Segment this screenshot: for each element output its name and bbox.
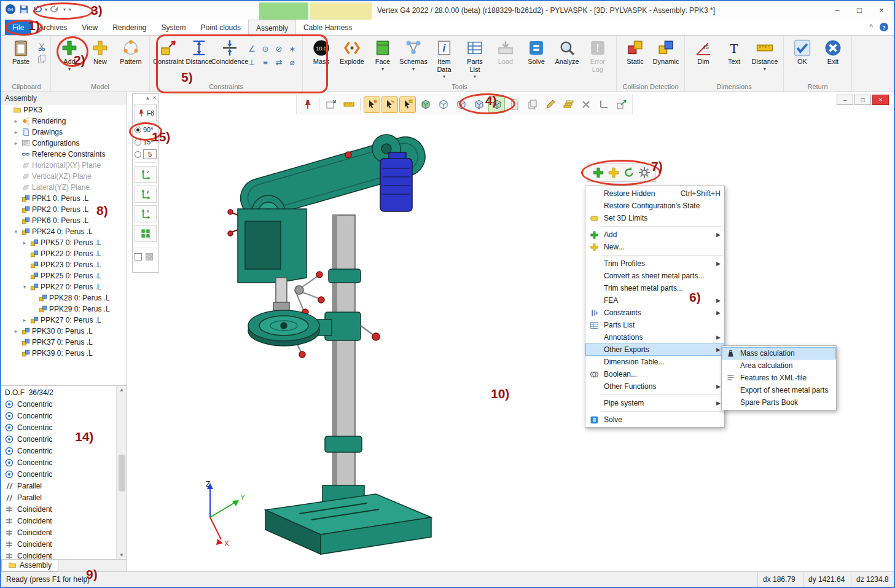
tree-expander-icon[interactable]: ▾ (21, 284, 28, 290)
tree-item-rendering[interactable]: ▸Rendering (1, 116, 127, 127)
constraint-mini-3-icon[interactable]: ∗ (286, 42, 299, 55)
tree-expander-icon[interactable]: ▸ (21, 240, 28, 246)
menu-item-restore-hidden[interactable]: Restore HiddenCtrl+Shift+H (585, 187, 724, 200)
tree-item-ppk37-0-perus-l[interactable]: PPK37 0: Perus .L (1, 337, 127, 348)
tree-item-ppk3[interactable]: PPK3 (1, 104, 127, 116)
tree-item-ppk28-0-perus-l[interactable]: PPK28 0: Perus .L (1, 292, 127, 304)
tree-item-horizontal-xy-plane[interactable]: Horizontal(XY) Plane (1, 160, 127, 171)
cube-white-button[interactable] (435, 96, 451, 113)
layers-button[interactable] (560, 96, 576, 113)
menu-item-set-3d-limits[interactable]: Set 3D Limits (585, 212, 724, 224)
menu-item-new[interactable]: New... (585, 241, 724, 253)
menu-item-pipe-system[interactable]: Pipe system▶ (585, 397, 724, 409)
tree-expander-icon[interactable]: ▾ (12, 229, 20, 235)
viewport-close-button[interactable]: × (872, 95, 889, 105)
dof-item-concentric[interactable]: Concentric (1, 457, 127, 468)
viewport-restore-button[interactable]: □ (854, 95, 871, 105)
dof-item-coincident[interactable]: Coincident (1, 527, 127, 538)
redo-icon[interactable] (50, 4, 60, 14)
tab-rendering[interactable]: Rendering (105, 20, 154, 35)
tree-item-ppk24-0-perus-l[interactable]: ▾PPK24 0: Perus .L (1, 226, 127, 237)
axis-y-button[interactable]: y (135, 186, 157, 203)
menu-item-other-functions[interactable]: Other Functions▶ (585, 380, 724, 393)
menu-item-mass-calculation[interactable]: Mass calculation (722, 347, 836, 359)
tree-item-ppk25-0-perus-l[interactable]: PPK25 0: Perus .L (1, 270, 127, 281)
tab-archives[interactable]: Archives (31, 20, 74, 35)
tree-item-ppk6-0-perus-l[interactable]: PPK6 0: Perus .L (1, 215, 127, 226)
ribbon-pattern-button[interactable]: Pattern (116, 37, 146, 66)
panel-close-icon[interactable]: ✕ (152, 95, 157, 101)
menu-item-boolean[interactable]: Boolean... (585, 368, 724, 380)
tab-system[interactable]: System (154, 20, 193, 35)
refresh-icon[interactable] (623, 167, 635, 179)
ribbon-add-button[interactable]: Add▾ (55, 37, 84, 72)
pattern-move-button[interactable] (135, 225, 157, 242)
angle-custom-radio[interactable] (135, 151, 141, 158)
constraint-mini-5-icon[interactable]: ≡ (259, 56, 272, 68)
dof-item-coincident[interactable]: Coincident (1, 503, 127, 515)
ribbon-coincidence-button[interactable]: Coincidence (215, 37, 244, 66)
angle-15-radio[interactable]: 15° (135, 137, 157, 147)
ribbon-new-button[interactable]: New (85, 37, 115, 66)
menu-item-solve[interactable]: Solve (585, 414, 724, 426)
scroll-up-icon[interactable]: ▲ (119, 387, 124, 393)
cube-green-button[interactable] (417, 96, 434, 113)
undo-icon[interactable] (32, 4, 42, 14)
lock-checkbox[interactable] (135, 253, 142, 261)
tab-point-clouds[interactable]: Point clouds (193, 20, 248, 35)
dof-item-concentric[interactable]: Concentric (1, 421, 127, 433)
ribbon-parts-list-button[interactable]: Parts List▾ (460, 37, 490, 79)
cursor-edge-button[interactable] (381, 96, 398, 113)
menu-item-restore-configuration-s-state[interactable]: Restore Configuration's State (585, 200, 724, 212)
tree-item-ppk1-0-perus-l[interactable]: PPK1 0: Perus .L (1, 193, 127, 204)
tree-item-vertical-xz-plane[interactable]: Vertical(XZ) Plane (1, 171, 127, 182)
cursor-point-button[interactable] (364, 96, 380, 113)
minimize-button[interactable]: – (826, 1, 848, 18)
ribbon-explode-button[interactable]: Explode (337, 37, 367, 66)
tab-assembly[interactable]: Assembly (248, 20, 296, 36)
cube-persp-button[interactable] (488, 96, 505, 113)
dof-item-concentric[interactable]: Concentric (1, 410, 127, 421)
customize-qat-icon[interactable]: ▾ (69, 7, 71, 12)
constraint-mini-4-icon[interactable]: ⊥ (246, 56, 258, 68)
tree-item-ppk39-0-perus-l[interactable]: PPK39 0: Perus .L (1, 348, 127, 359)
dof-item-parallel[interactable]: Parallel (1, 480, 127, 492)
dof-scrollbar[interactable]: ▲ ▼ (116, 386, 127, 559)
angle-90-radio[interactable]: 90° (135, 125, 157, 135)
copy-button[interactable] (524, 96, 541, 113)
step-input[interactable]: 5 (143, 149, 157, 159)
dof-item-concentric[interactable]: Concentric (1, 445, 127, 457)
axis-x-button[interactable]: x (135, 205, 157, 222)
constraint-mini-2-icon[interactable]: ⊘ (273, 42, 285, 55)
ribbon-dim-button[interactable]: 45Dim (689, 37, 718, 66)
dof-item-concentric[interactable]: Concentric (1, 433, 127, 445)
constraint-mini-6-icon[interactable]: ⇄ (273, 56, 285, 68)
ribbon-face-button[interactable]: Face▾ (368, 37, 397, 72)
ribbon-mass-button[interactable]: 10.0Mass (307, 37, 336, 66)
close-button[interactable]: × (870, 1, 893, 18)
new-view-button[interactable] (322, 96, 339, 113)
ribbon-exit-button[interactable]: Exit (818, 37, 848, 66)
axis-z-button[interactable]: z (135, 166, 157, 183)
tree-item-lateral-yz-plane[interactable]: Lateral(YZ) Plane (1, 182, 127, 193)
tab-file[interactable]: File (5, 20, 31, 35)
ribbon-constraint-button[interactable]: Constraint (154, 37, 183, 66)
tree-item-ppk30-0-perus-l[interactable]: ▸PPK30 0: Perus .L (1, 326, 127, 337)
tree-expander-icon[interactable]: ▸ (12, 118, 20, 124)
maximize-button[interactable]: □ (848, 1, 870, 18)
dof-item-parallel[interactable]: Parallel (1, 492, 127, 503)
3d-viewport[interactable]: – □ × ▲ ✕ F8 90° 15° 5 (127, 92, 894, 571)
menu-item-dimension-table[interactable]: Dimension Table... (585, 356, 724, 368)
dof-item-coincident[interactable]: Coincident (1, 538, 127, 550)
ribbon-item-data-button[interactable]: iItem Data▾ (429, 37, 459, 79)
doc-button[interactable] (506, 96, 523, 113)
menu-item-trim-sheet-metal-parts[interactable]: Trim sheet metal parts... (585, 282, 724, 294)
cursor-face-button[interactable] (399, 96, 416, 113)
menu-item-constraints[interactable]: Constraints▶ (585, 307, 724, 319)
constraint-mini-1-icon[interactable]: ⊙ (259, 42, 272, 55)
ribbon-load-button[interactable]: Load (491, 37, 520, 66)
f8-button[interactable]: F8 (135, 104, 157, 122)
ribbon-analyze-button[interactable]: Analyze (552, 37, 582, 66)
pencil-button[interactable] (542, 96, 558, 113)
menu-item-area-calculation[interactable]: Area calculation (722, 359, 836, 372)
